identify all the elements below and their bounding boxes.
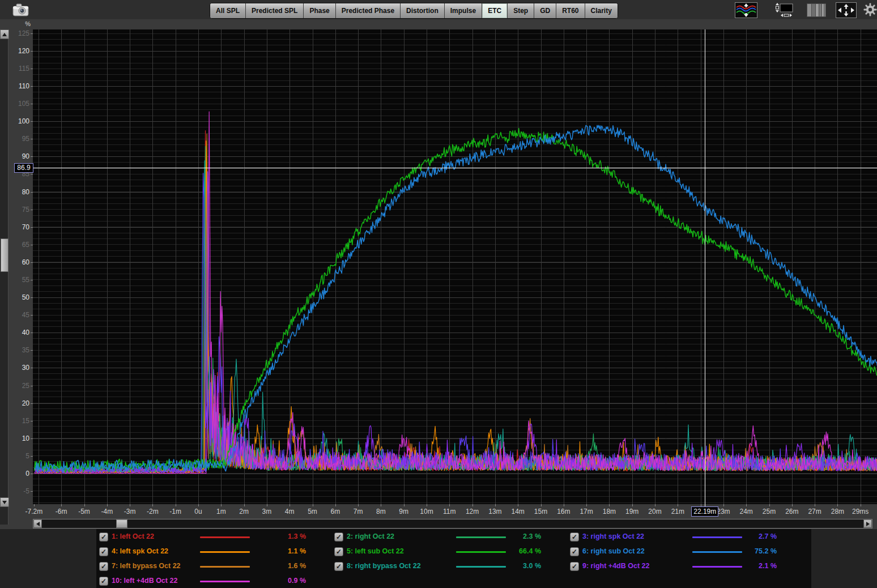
tab-step[interactable]: Step [508,3,534,18]
legend-swatch [200,566,250,568]
scroll-left-button[interactable] [33,519,42,528]
x-tick-label: 27m [808,508,821,515]
tab-gd[interactable]: GD [534,3,556,18]
y-tick-label: -5 [7,487,29,495]
cursor-x-readout[interactable]: 22.19m [691,506,718,517]
x-tick-label: 24m [740,508,753,515]
banding-icon[interactable] [807,3,826,19]
x-tick-mark [107,504,108,506]
legend-checkbox[interactable]: ✓ [99,577,108,586]
legend-column: ✓1: left Oct 221.3 %✓4: left spk Oct 221… [99,529,326,588]
legend-item[interactable]: ✓2: right Oct 222.3 % [334,531,561,543]
y-tick-mark [31,104,33,104]
trace-y-offset-icon[interactable] [735,2,757,20]
legend-label[interactable]: 6: right sub Oct 22 [582,547,645,555]
legend-item[interactable]: ✓8: right bypass Oct 223.0 % [334,561,561,572]
tab-clarity[interactable]: Clarity [585,3,618,18]
y-tick-label: 125 [7,29,29,37]
legend-item[interactable]: ✓4: left spk Oct 221.1 % [99,546,326,557]
legend-label[interactable]: 7: left bypass Oct 22 [112,562,181,570]
y-tick-label: 70 [7,223,29,231]
vertical-scrollbar[interactable] [0,29,8,525]
tab-impulse[interactable]: Impulse [445,3,482,18]
legend-value: 66.4 % [501,547,541,555]
x-tick-mark [655,504,655,506]
tab-phase[interactable]: Phase [304,3,335,18]
y-tick-label: 95 [7,135,29,143]
tab-distortion[interactable]: Distortion [401,3,445,18]
x-tick-label: 25m [763,508,776,515]
legend-item[interactable]: ✓3: right spk Oct 222.7 % [570,531,797,543]
legend-item[interactable]: ✓7: left bypass Oct 221.6 % [99,561,326,572]
tab-predicted-spl[interactable]: Predicted SPL [246,3,304,18]
legend-label[interactable]: 10: left +4dB Oct 22 [112,577,177,585]
y-tick-label: 100 [7,117,29,125]
x-tick-label: 1m [216,508,226,515]
legend-item[interactable]: ✓6: right sub Oct 2275.2 % [570,546,797,557]
x-tick-label: 16m [557,508,570,515]
y-tick-mark [31,315,33,316]
tab-rt60[interactable]: RT60 [556,3,585,18]
tab-etc[interactable]: ETC [482,3,508,18]
legend-label[interactable]: 1: left Oct 22 [112,532,154,540]
x-tick-mark [609,504,610,506]
scroll-down-button[interactable] [0,497,9,507]
legend-item[interactable]: ✓1: left Oct 221.3 % [99,531,326,543]
legend-checkbox[interactable]: ✓ [334,532,343,542]
legend-panel: ✓1: left Oct 221.3 %✓4: left spk Oct 221… [96,529,811,588]
legend-item[interactable]: ✓9: right +4dB Oct 222.1 % [570,561,797,572]
x-tick-label: 15m [534,508,547,515]
legend-item[interactable]: ✓5: left sub Oct 2266.4 % [334,546,561,557]
x-tick-mark [358,504,359,506]
legend-checkbox[interactable]: ✓ [570,547,579,556]
cursor-y-readout[interactable]: 86.9 [14,163,33,173]
horizontal-scrollbar[interactable] [33,519,872,529]
legend-checkbox[interactable]: ✓ [99,532,108,542]
legend-label[interactable]: 8: right bypass Oct 22 [347,562,421,570]
legend-checkbox[interactable]: ✓ [334,562,343,571]
legend-item[interactable]: ✓10: left +4dB Oct 220.9 % [99,576,326,587]
legend-checkbox[interactable]: ✓ [99,547,108,556]
legend-label[interactable]: 9: right +4dB Oct 22 [582,562,649,570]
x-tick-mark [769,504,770,506]
y-tick-mark [31,33,33,34]
legend-swatch [200,551,250,553]
y-tick-mark [31,51,33,52]
x-tick-label: 7m [354,508,363,515]
camera-icon[interactable] [12,2,29,20]
x-tick-label: 2m [239,508,249,515]
legend-label[interactable]: 4: left spk Oct 22 [112,547,168,555]
scroll-up-button[interactable] [0,29,9,39]
legend-checkbox[interactable]: ✓ [99,562,108,571]
etc-plot-canvas[interactable] [33,29,877,504]
x-tick-label: 5m [308,508,317,515]
gear-icon[interactable] [863,3,877,19]
x-tick-label: 4m [285,508,295,515]
legend-label[interactable]: 3: right spk Oct 22 [582,532,644,540]
x-tick-mark [746,504,747,506]
horizontal-scroll-thumb[interactable] [116,519,127,528]
live-ir-icon[interactable] [773,2,795,21]
legend-label[interactable]: 5: left sub Oct 22 [347,547,404,555]
pan-zoom-icon[interactable] [836,2,857,20]
legend-checkbox[interactable]: ✓ [570,562,579,571]
x-tick-mark [518,504,518,506]
legend-label[interactable]: 2: right Oct 22 [347,532,394,540]
scroll-right-button[interactable] [863,519,872,528]
x-tick-label: 12m [466,508,479,515]
legend-checkbox[interactable]: ✓ [570,532,579,542]
x-tick-mark [723,504,724,506]
top-toolbar: All SPLPredicted SPLPhasePredicted Phase… [0,0,877,19]
tab-all-spl[interactable]: All SPL [210,3,246,18]
legend-swatch [456,566,506,568]
tab-predicted-phase[interactable]: Predicted Phase [336,3,401,18]
legend-column: ✓3: right spk Oct 222.7 %✓6: right sub O… [570,529,797,588]
legend-checkbox[interactable]: ✓ [334,547,343,556]
x-tick-mark [837,504,838,506]
legend-value: 1.1 % [266,547,306,555]
vertical-scroll-thumb[interactable] [1,238,8,272]
legend-swatch [692,536,742,538]
y-tick-label: 5 [7,452,29,460]
x-tick-label: 11m [443,508,455,515]
x-tick-mark [449,504,450,506]
